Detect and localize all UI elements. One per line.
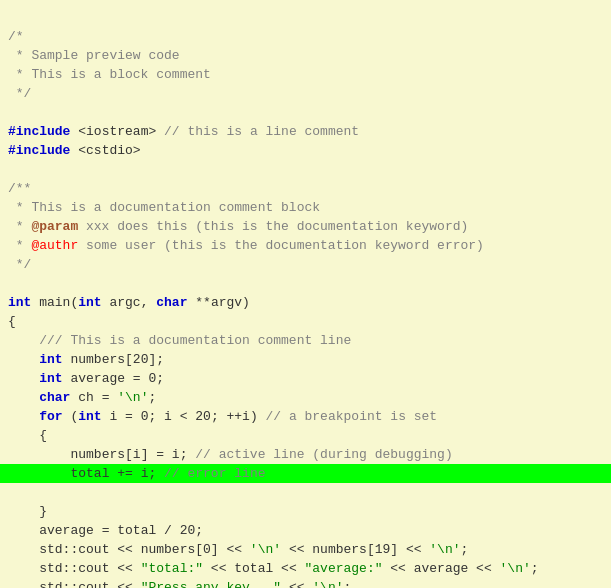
line-2: * Sample preview code bbox=[8, 48, 180, 63]
line-3: * This is a block comment bbox=[8, 67, 211, 82]
line-14: /// This is a documentation comment line bbox=[8, 333, 351, 348]
line-11: */ bbox=[8, 257, 31, 272]
line-16: int average = 0; bbox=[8, 371, 164, 386]
line-17: char ch = '\n'; bbox=[8, 390, 156, 405]
line-9: * @param xxx does this (this is the docu… bbox=[8, 219, 468, 234]
line-25: std::cout << "total:" << total << "avera… bbox=[8, 561, 539, 576]
line-26: std::cout << "Press any key..." << '\n'; bbox=[8, 580, 351, 588]
line-22: } bbox=[8, 504, 47, 519]
line-1: /* bbox=[8, 29, 24, 44]
line-23: average = total / 20; bbox=[8, 523, 203, 538]
line-15: int numbers[20]; bbox=[8, 352, 164, 367]
line-6: #include <cstdio> bbox=[8, 143, 141, 158]
line-10: * @authr some user (this is the document… bbox=[8, 238, 484, 253]
line-5: #include <iostream> // this is a line co… bbox=[8, 124, 359, 139]
line-8: * This is a documentation comment block bbox=[8, 200, 320, 215]
line-18: for (int i = 0; i < 20; ++i) // a breakp… bbox=[8, 409, 437, 424]
line-20: numbers[i] = i; // active line (during d… bbox=[8, 447, 453, 462]
line-19: { bbox=[8, 428, 47, 443]
line-4: */ bbox=[8, 86, 31, 101]
line-13: { bbox=[8, 314, 16, 329]
code-editor: /* * Sample preview code * This is a blo… bbox=[0, 8, 611, 588]
line-24: std::cout << numbers[0] << '\n' << numbe… bbox=[8, 542, 468, 557]
active-line: total += i; // error line bbox=[0, 464, 611, 483]
line-12: int main(int argc, char **argv) bbox=[8, 295, 250, 310]
line-7: /** bbox=[8, 181, 31, 196]
